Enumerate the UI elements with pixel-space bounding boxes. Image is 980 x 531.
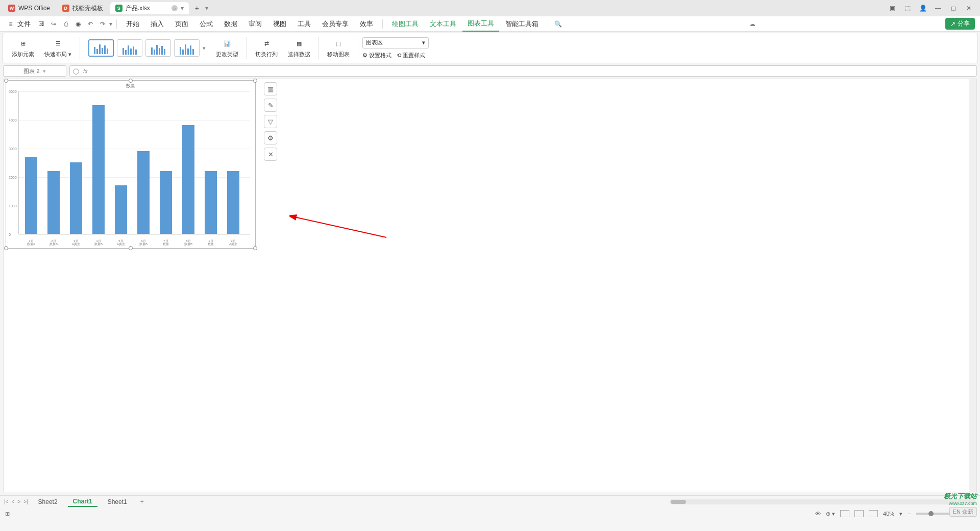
chart-settings-tool[interactable]: ⚙: [264, 131, 277, 144]
tab-template[interactable]: D 找稻壳模板: [57, 2, 108, 14]
panel-icon[interactable]: ▣: [888, 5, 896, 12]
undo-icon[interactable]: ↶: [85, 18, 96, 30]
menu-icon[interactable]: ≡: [5, 18, 16, 30]
zoom-dropdown-icon[interactable]: ▾: [899, 511, 902, 517]
chart-bar[interactable]: [182, 125, 194, 234]
chart-bar[interactable]: [137, 151, 150, 234]
sheet-next-icon[interactable]: >: [17, 499, 20, 504]
menu-tools[interactable]: 工具: [292, 16, 316, 32]
new-tab-button[interactable]: +: [191, 2, 203, 14]
chart-bar[interactable]: [25, 157, 37, 234]
horizontal-scrollbar[interactable]: [670, 499, 976, 504]
menu-insert[interactable]: 插入: [145, 16, 169, 32]
resize-handle[interactable]: [253, 79, 257, 83]
quick-layout-button[interactable]: ☰ 快速布局 ▾: [40, 38, 76, 58]
menu-member[interactable]: 会员专享: [317, 16, 354, 32]
eye-icon[interactable]: 👁: [815, 511, 821, 517]
file-menu[interactable]: 文件: [17, 19, 31, 29]
reset-style-button[interactable]: ⟲重置样式: [397, 52, 425, 59]
move-chart-icon: ⬚: [333, 38, 344, 50]
close-tab-icon[interactable]: ○: [172, 5, 178, 11]
status-icon[interactable]: ⊞: [5, 511, 10, 517]
resize-handle[interactable]: [129, 79, 133, 83]
chart-style-2[interactable]: [117, 39, 142, 57]
styles-more-icon[interactable]: ▾: [203, 45, 206, 52]
chart-bar[interactable]: [70, 162, 82, 234]
redo-icon[interactable]: ↷: [97, 18, 108, 30]
resize-handle[interactable]: [129, 246, 133, 250]
select-data-button[interactable]: ▦ 选择数据: [284, 38, 314, 58]
resize-handle[interactable]: [253, 246, 257, 250]
sheet-tab-sheet2[interactable]: Sheet2: [33, 497, 63, 506]
resize-handle[interactable]: [4, 246, 8, 250]
save-icon[interactable]: 🖫: [36, 18, 47, 30]
target-icon[interactable]: ⊕ ▾: [826, 511, 835, 517]
vertical-scrollbar[interactable]: [969, 79, 976, 492]
chart-area-select[interactable]: 图表区 ▾: [362, 37, 429, 49]
menu-formula[interactable]: 公式: [194, 16, 218, 32]
chart-type-tool[interactable]: ▥: [264, 82, 277, 95]
chart-plot-area[interactable]: 0100020003000400050001月数量A2月数量B3月A类主4月数量…: [18, 91, 250, 234]
tab-dropdown-icon[interactable]: ▾: [205, 5, 208, 12]
menu-review[interactable]: 审阅: [243, 16, 267, 32]
menu-drawing-tools[interactable]: 绘图工具: [387, 16, 424, 32]
cloud-icon[interactable]: ☁: [749, 20, 755, 28]
chart-bar[interactable]: [47, 171, 60, 234]
add-element-icon: ⊞: [17, 38, 29, 50]
close-icon[interactable]: ✕: [965, 5, 973, 12]
move-chart-button[interactable]: ⬚ 移动图表: [323, 38, 354, 58]
search-icon[interactable]: 🔍: [552, 18, 564, 30]
menu-data[interactable]: 数据: [219, 16, 242, 32]
chart-object[interactable]: 数量 0100020003000400050001月数量A2月数量B3月A类主4…: [6, 80, 256, 249]
chart-bar[interactable]: [160, 171, 172, 234]
name-box[interactable]: 图表 2 ▾: [3, 65, 66, 77]
menu-text-tools[interactable]: 文本工具: [425, 16, 461, 32]
link-icon[interactable]: ↪: [48, 18, 59, 30]
resize-handle[interactable]: [4, 79, 8, 83]
chart-filter-tool[interactable]: ▽: [264, 115, 277, 128]
view-break-icon[interactable]: [869, 510, 878, 517]
add-element-button[interactable]: ⊞ 添加元素: [8, 38, 38, 58]
sheet-tab-chart1[interactable]: Chart1: [68, 497, 97, 507]
zoom-out-icon[interactable]: −: [908, 511, 911, 517]
print-icon[interactable]: ⎙: [60, 18, 71, 30]
share-button[interactable]: ↗分享: [945, 18, 975, 30]
menu-smart-toolbox[interactable]: 智能工具箱: [500, 16, 544, 32]
tab-wps-office[interactable]: W WPS Office: [3, 2, 55, 14]
menu-page[interactable]: 页面: [170, 16, 193, 32]
minimize-icon[interactable]: —: [934, 5, 942, 12]
switch-rowcol-button[interactable]: ⇄ 切换行列: [251, 38, 282, 58]
chart-bar[interactable]: [92, 105, 105, 234]
sheet-prev-icon[interactable]: <: [11, 499, 14, 504]
menu-chart-tools[interactable]: 图表工具: [462, 16, 499, 32]
chart-tools-tool[interactable]: ✕: [264, 148, 277, 161]
dropdown-icon[interactable]: ▾: [109, 20, 112, 28]
change-type-button[interactable]: 📊 更改类型: [212, 38, 242, 58]
sheet-first-icon[interactable]: |<: [4, 499, 8, 504]
add-sheet-button[interactable]: +: [137, 498, 147, 505]
avatar-icon[interactable]: 👤: [919, 5, 927, 12]
chart-style-3[interactable]: [145, 39, 171, 57]
sheet-last-icon[interactable]: >|: [23, 499, 28, 504]
view-layout-icon[interactable]: [854, 510, 864, 517]
formula-bar[interactable]: ◯ fx: [69, 65, 977, 77]
preview-icon[interactable]: ◉: [72, 18, 84, 30]
zoom-value[interactable]: 40%: [883, 511, 894, 517]
chart-bar[interactable]: [227, 171, 239, 234]
cube-icon[interactable]: ⬚: [903, 5, 912, 12]
menu-start[interactable]: 开始: [121, 16, 144, 32]
tab-menu-icon[interactable]: ▾: [181, 5, 184, 12]
chart-bar[interactable]: [115, 185, 127, 234]
menu-view[interactable]: 视图: [268, 16, 291, 32]
menu-efficiency[interactable]: 效率: [355, 16, 378, 32]
chart-bar[interactable]: [205, 171, 217, 234]
view-normal-icon[interactable]: [840, 510, 849, 517]
set-format-button[interactable]: ⚙设置格式: [362, 52, 391, 59]
chart-style-1[interactable]: [88, 39, 114, 57]
svg-line-0: [295, 217, 386, 237]
chart-style-4[interactable]: [174, 39, 200, 57]
tab-document[interactable]: S 产品.xlsx ○ ▾: [110, 2, 189, 14]
maximize-icon[interactable]: ◻: [949, 5, 958, 12]
chart-brush-tool[interactable]: ✎: [264, 99, 277, 112]
sheet-tab-sheet1[interactable]: Sheet1: [103, 497, 132, 506]
